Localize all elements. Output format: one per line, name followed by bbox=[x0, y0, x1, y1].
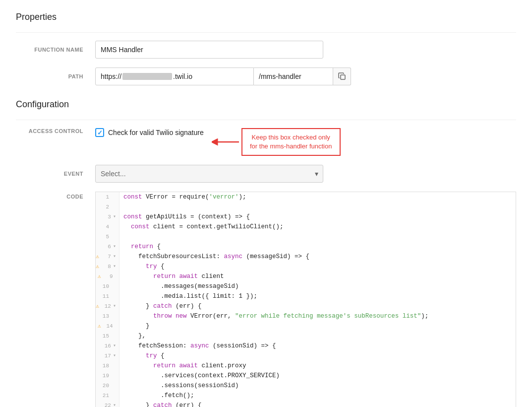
configuration-title: Configuration bbox=[16, 99, 516, 110]
list-item: }, bbox=[119, 331, 516, 341]
list-item: return { bbox=[119, 242, 516, 252]
fold-icon[interactable]: ▾ bbox=[113, 252, 116, 262]
line-number: 7 bbox=[101, 252, 111, 262]
table-row: 10 .messages(messageSid) bbox=[96, 281, 516, 291]
line-number: 21 bbox=[99, 391, 109, 401]
copy-icon bbox=[338, 72, 346, 80]
warning-icon: ⚠ bbox=[96, 262, 99, 271]
fold-icon[interactable]: ▾ bbox=[113, 401, 116, 407]
line-number: 6 bbox=[101, 242, 111, 252]
main-content: Properties FUNCTION NAME PATH https:// .… bbox=[0, 0, 532, 407]
path-prefix: https:// bbox=[101, 72, 121, 80]
table-row: 4 const client = context.getTwilioClient… bbox=[96, 222, 516, 232]
list-item: const getApiUtils = (context) => { bbox=[119, 212, 516, 222]
warning-icon: ⚠ bbox=[98, 271, 101, 281]
list-item: return await client.proxy bbox=[119, 361, 516, 371]
line-number: 19 bbox=[99, 371, 109, 381]
list-item: .messages(messageSid) bbox=[119, 281, 516, 291]
fold-icon[interactable]: ▾ bbox=[113, 351, 116, 361]
line-number: 22 bbox=[101, 401, 111, 407]
list-item: return await client bbox=[119, 271, 516, 281]
code-label: CODE bbox=[16, 192, 95, 200]
path-suffix: /mms-handler bbox=[254, 68, 333, 85]
list-item: fetchSession: async (sessionSid) => { bbox=[119, 341, 516, 351]
list-item: const client = context.getTwilioClient()… bbox=[119, 222, 516, 232]
path-container: https:// .twil.io /mms-handler bbox=[95, 68, 351, 85]
function-name-input[interactable] bbox=[95, 41, 323, 59]
table-row: 18 return await client.proxy bbox=[96, 361, 516, 371]
path-row: PATH https:// .twil.io /mms-handler bbox=[16, 68, 516, 85]
line-number: 17 bbox=[101, 351, 111, 361]
line-number: 3 bbox=[101, 212, 111, 222]
table-row: 13 throw new VError(err, "error while fe… bbox=[96, 311, 516, 321]
table-row: 5 bbox=[96, 232, 516, 242]
access-control-row: ACCESS CONTROL ✓ Check for valid Twilio … bbox=[16, 128, 516, 156]
page-container: Properties FUNCTION NAME PATH https:// .… bbox=[0, 0, 532, 407]
list-item: try { bbox=[119, 351, 516, 361]
fold-icon[interactable]: ▾ bbox=[113, 212, 116, 222]
checkmark-icon: ✓ bbox=[97, 129, 103, 136]
list-item: .sessions(sessionSid) bbox=[119, 381, 516, 391]
svg-rect-0 bbox=[341, 75, 345, 79]
table-row: 20 .sessions(sessionSid) bbox=[96, 381, 516, 391]
path-suffix-text: /mms-handler bbox=[259, 72, 301, 80]
annotation-container: Keep this box checked only for the mms-h… bbox=[212, 128, 341, 156]
table-row: 15 }, bbox=[96, 331, 516, 341]
properties-title: Properties bbox=[16, 12, 516, 22]
table-row: 3▾const getApiUtils = (context) => { bbox=[96, 212, 516, 222]
line-number: 8 bbox=[101, 262, 111, 271]
code-row: CODE 1const VError = require('verror');2… bbox=[16, 192, 516, 407]
fold-icon[interactable]: ▾ bbox=[113, 301, 116, 311]
configuration-section: Configuration ACCESS CONTROL ✓ Check for… bbox=[16, 99, 516, 407]
table-row: 22▾ } catch (err) { bbox=[96, 401, 516, 407]
fold-icon[interactable]: ▾ bbox=[113, 341, 116, 351]
table-row: 1const VError = require('verror'); bbox=[96, 192, 516, 202]
line-number: 9 bbox=[103, 271, 113, 281]
access-control-label: ACCESS CONTROL bbox=[16, 128, 95, 134]
warning-icon: ⚠ bbox=[96, 252, 99, 262]
path-base: https:// .twil.io bbox=[95, 68, 254, 85]
list-item: } catch (err) { bbox=[119, 401, 516, 407]
table-row: ⚠8▾ try { bbox=[96, 262, 516, 271]
event-select-wrapper: Select... ▾ bbox=[95, 165, 323, 183]
table-row: ⚠9 return await client bbox=[96, 271, 516, 281]
annotation-box: Keep this box checked only for the mms-h… bbox=[241, 128, 341, 156]
path-domain: .twil.io bbox=[173, 72, 192, 80]
access-control-checkbox-label[interactable]: ✓ Check for valid Twilio signature bbox=[95, 128, 204, 137]
table-row: 11 .media.list({ limit: 1 }); bbox=[96, 291, 516, 301]
table-row: 19 .services(context.PROXY_SERVICE) bbox=[96, 371, 516, 381]
code-editor[interactable]: 1const VError = require('verror');23▾con… bbox=[95, 192, 516, 407]
list-item: .fetch(); bbox=[119, 391, 516, 401]
table-row: 6▾ return { bbox=[96, 242, 516, 252]
divider-properties bbox=[16, 32, 516, 33]
line-number: 18 bbox=[99, 361, 109, 371]
red-arrow-icon bbox=[212, 137, 241, 147]
divider-configuration bbox=[16, 120, 516, 120]
warning-icon: ⚠ bbox=[98, 321, 101, 331]
warning-icon: ⚠ bbox=[96, 301, 99, 311]
line-number: 12 bbox=[101, 301, 111, 311]
line-number: 4 bbox=[99, 222, 109, 232]
line-number: 10 bbox=[99, 281, 109, 291]
function-name-row: FUNCTION NAME bbox=[16, 41, 516, 59]
fold-icon[interactable]: ▾ bbox=[113, 242, 116, 252]
line-number: 14 bbox=[103, 321, 113, 331]
list-item: } catch (err) { bbox=[119, 301, 516, 311]
line-number: 11 bbox=[99, 291, 109, 301]
event-select[interactable]: Select... bbox=[95, 165, 323, 183]
checkbox-control[interactable]: ✓ bbox=[95, 128, 104, 137]
copy-button[interactable] bbox=[333, 68, 351, 85]
checkbox-text: Check for valid Twilio signature bbox=[108, 129, 204, 136]
annotation-text: Keep this box checked only for the mms-h… bbox=[250, 134, 332, 150]
line-number: 1 bbox=[99, 192, 109, 202]
path-label: PATH bbox=[16, 73, 95, 79]
fold-icon[interactable]: ▾ bbox=[113, 262, 116, 271]
event-row: EVENT Select... ▾ bbox=[16, 165, 516, 183]
table-row: 2 bbox=[96, 202, 516, 212]
line-number: 2 bbox=[99, 202, 109, 212]
path-blur bbox=[122, 73, 172, 80]
list-item: try { bbox=[119, 262, 516, 271]
list-item: throw new VError(err, "error while fetch… bbox=[119, 311, 516, 321]
table-row: 21 .fetch(); bbox=[96, 391, 516, 401]
line-number: 16 bbox=[101, 341, 111, 351]
